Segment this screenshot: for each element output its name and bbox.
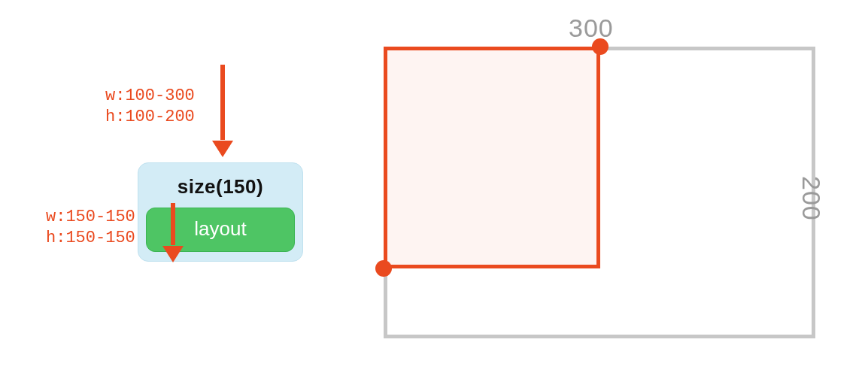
arrow-down-icon [220, 65, 225, 140]
arrow-down-icon [171, 203, 175, 245]
max-width-label: 300 [569, 14, 614, 43]
incoming-constraints-h: h:100-200 [105, 107, 195, 128]
max-height-label: 200 [797, 176, 826, 221]
actual-size-box [384, 47, 600, 268]
corner-dot-icon [375, 260, 392, 277]
outgoing-constraints-label: w:150-150 h:150-150 [46, 207, 135, 248]
size-node-title: size(150) [146, 171, 295, 208]
outgoing-constraints-w: w:150-150 [46, 207, 135, 228]
incoming-constraints-w: w:100-300 [105, 86, 195, 107]
outgoing-constraints-h: h:150-150 [46, 228, 135, 249]
incoming-constraints-label: w:100-300 h:100-200 [105, 86, 195, 127]
